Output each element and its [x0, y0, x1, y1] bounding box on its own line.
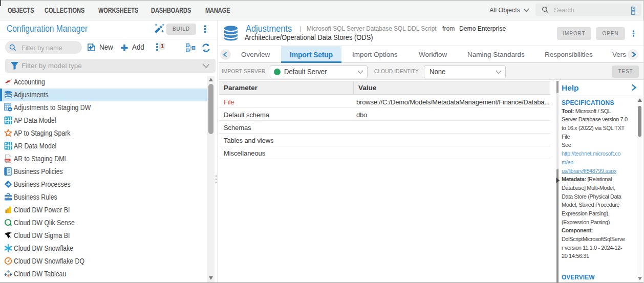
svg-text:DML: DML: [5, 159, 10, 162]
